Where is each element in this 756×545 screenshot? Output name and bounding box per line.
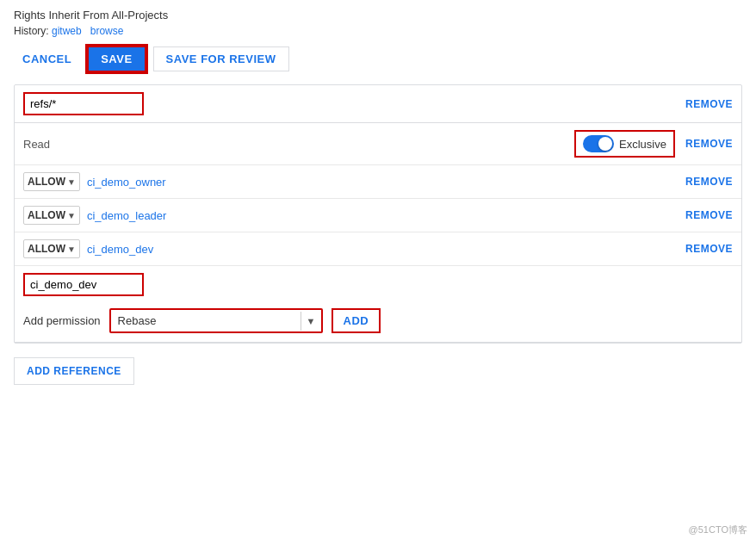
read-section: Read Exclusive REMOVE ALLOW ▼ ci_demo_ow… [15, 123, 741, 343]
permission-row-2: ALLOW ▼ ci_demo_dev REMOVE [15, 232, 741, 266]
rights-inherit-label: Rights Inherit From [14, 9, 109, 22]
add-button[interactable]: ADD [332, 308, 381, 333]
dropdown-arrow-1: ▼ [67, 211, 76, 220]
exclusive-area: Exclusive [574, 130, 675, 158]
add-permission-label: Add permission [23, 314, 101, 327]
main-card: REMOVE Read Exclusive REMOVE ALLOW ▼ [14, 84, 742, 344]
allow-dropdown-1[interactable]: ALLOW ▼ [23, 206, 80, 225]
user-link-2[interactable]: ci_demo_dev [87, 243, 679, 256]
allow-dropdown-0[interactable]: ALLOW ▼ [23, 172, 80, 191]
save-for-review-button[interactable]: SAVE FOR REVIEW [153, 46, 289, 71]
permission-row-0: ALLOW ▼ ci_demo_owner REMOVE [15, 165, 741, 199]
new-user-section [15, 266, 741, 300]
toggle-track [583, 135, 614, 152]
cancel-button[interactable]: CANCEL [14, 47, 80, 71]
permission-select[interactable]: Rebase Push Submit Label Code-Review For… [111, 310, 301, 331]
refs-remove-link[interactable]: REMOVE [685, 98, 733, 110]
read-label: Read [23, 138, 574, 151]
row-remove-link-0[interactable]: REMOVE [685, 176, 733, 188]
allow-dropdown-2[interactable]: ALLOW ▼ [23, 239, 80, 258]
action-bar: CANCEL SAVE SAVE FOR REVIEW [14, 46, 742, 72]
exclusive-label: Exclusive [619, 138, 666, 151]
permission-select-wrapper: Rebase Push Submit Label Code-Review For… [109, 308, 323, 333]
allow-text-2: ALLOW [28, 243, 65, 255]
user-link-1[interactable]: ci_demo_leader [87, 209, 679, 222]
add-reference-button[interactable]: ADD REFERENCE [14, 357, 134, 385]
read-header: Read Exclusive REMOVE [15, 123, 741, 165]
new-user-input[interactable] [23, 273, 144, 296]
header-section: Rights Inherit From All-Projects History… [14, 9, 742, 37]
dropdown-arrow-0: ▼ [67, 177, 76, 187]
history-label: History: [14, 25, 49, 37]
rights-inherit-value: All-Projects [111, 9, 168, 22]
toggle-thumb [598, 137, 612, 151]
user-link-0[interactable]: ci_demo_owner [87, 176, 679, 189]
refs-input[interactable] [23, 92, 144, 115]
add-permission-row: Add permission Rebase Push Submit Label … [15, 300, 741, 342]
browse-link[interactable]: browse [90, 25, 124, 37]
read-remove-link[interactable]: REMOVE [685, 138, 733, 150]
permission-row-1: ALLOW ▼ ci_demo_leader REMOVE [15, 199, 741, 232]
row-remove-link-1[interactable]: REMOVE [685, 209, 733, 221]
rights-inherit: Rights Inherit From All-Projects [14, 9, 742, 22]
row-remove-link-2[interactable]: REMOVE [685, 243, 733, 255]
gitweb-link[interactable]: gitweb [52, 25, 82, 37]
save-button[interactable]: SAVE [87, 46, 146, 72]
exclusive-toggle[interactable] [583, 135, 614, 152]
history-line: History: gitweb browse [14, 25, 742, 37]
select-arrow-button[interactable]: ▼ [301, 312, 321, 331]
allow-text-1: ALLOW [28, 209, 65, 221]
refs-row: REMOVE [15, 85, 741, 123]
dropdown-arrow-2: ▼ [67, 245, 76, 254]
allow-text-0: ALLOW [28, 176, 65, 188]
